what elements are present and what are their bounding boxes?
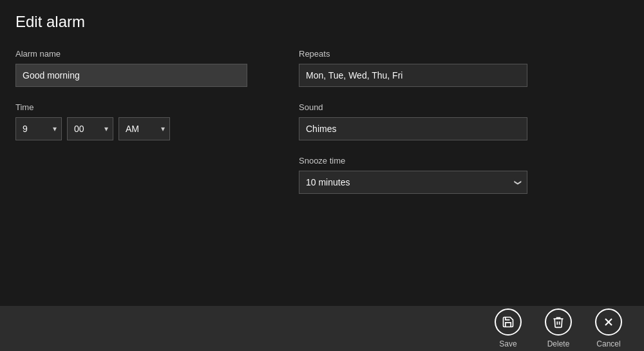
- alarm-name-input[interactable]: [15, 64, 247, 87]
- sound-group: Sound: [299, 102, 531, 140]
- delete-button[interactable]: Delete: [536, 305, 581, 351]
- time-row: 1 2 3 4 5 6 7 8 9 10 11 12: [15, 117, 260, 140]
- sound-label: Sound: [299, 102, 531, 112]
- right-column: Repeats Sound Snooze time 5 minutes 10 m…: [299, 49, 531, 209]
- minute-select-wrapper: 00 05 10 15 20 25 30 35 40 45 50 55: [67, 117, 113, 140]
- repeats-label: Repeats: [299, 49, 531, 59]
- page-title: Edit alarm: [15, 13, 629, 31]
- cancel-icon: [595, 308, 622, 336]
- snooze-select[interactable]: 5 minutes 10 minutes 15 minutes 20 minut…: [299, 171, 527, 194]
- sound-input[interactable]: [299, 117, 527, 140]
- repeats-group: Repeats: [299, 49, 531, 87]
- snooze-label: Snooze time: [299, 156, 531, 166]
- snooze-select-wrapper: 5 minutes 10 minutes 15 minutes 20 minut…: [299, 171, 527, 194]
- hour-select[interactable]: 1 2 3 4 5 6 7 8 9 10 11 12: [15, 117, 62, 140]
- form-layout: Alarm name Time 1 2 3 4 5 6 7: [15, 49, 629, 209]
- repeats-input[interactable]: [299, 64, 527, 87]
- delete-icon: [545, 308, 572, 336]
- save-button[interactable]: Save: [486, 305, 531, 351]
- time-label: Time: [15, 102, 260, 112]
- cancel-label: Cancel: [596, 339, 620, 348]
- delete-label: Delete: [547, 339, 570, 348]
- hour-select-wrapper: 1 2 3 4 5 6 7 8 9 10 11 12: [15, 117, 62, 140]
- time-group: Time 1 2 3 4 5 6 7 8 9 10: [15, 102, 260, 140]
- alarm-name-label: Alarm name: [15, 49, 260, 59]
- save-label: Save: [499, 339, 516, 348]
- ampm-select-wrapper: AM PM: [118, 117, 170, 140]
- snooze-group: Snooze time 5 minutes 10 minutes 15 minu…: [299, 156, 531, 194]
- alarm-name-group: Alarm name: [15, 49, 260, 87]
- main-content: Edit alarm Alarm name Time 1 2 3 4: [0, 0, 644, 306]
- left-column: Alarm name Time 1 2 3 4 5 6 7: [15, 49, 260, 209]
- cancel-button[interactable]: Cancel: [586, 305, 631, 351]
- ampm-select[interactable]: AM PM: [118, 117, 170, 140]
- save-icon: [495, 308, 522, 336]
- bottom-toolbar: Save Delete Cancel: [0, 306, 644, 351]
- minute-select[interactable]: 00 05 10 15 20 25 30 35 40 45 50 55: [67, 117, 113, 140]
